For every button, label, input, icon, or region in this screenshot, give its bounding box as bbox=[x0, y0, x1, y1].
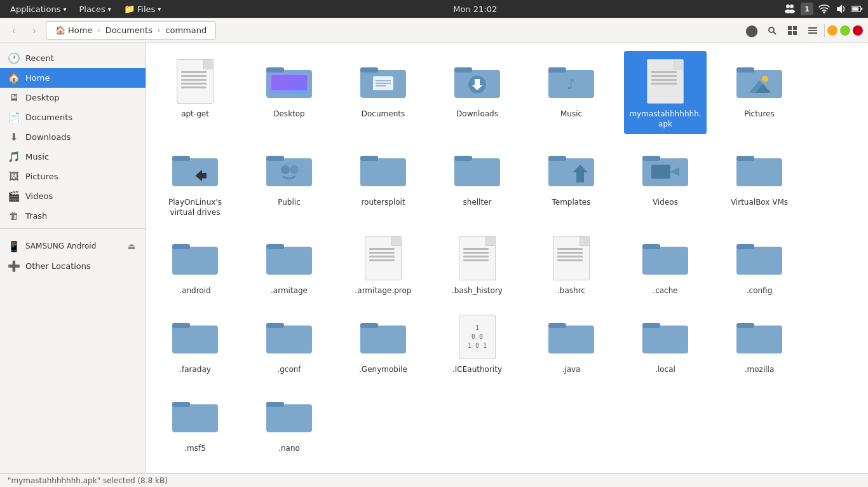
genymobile-label: .Genymobile bbox=[359, 365, 407, 375]
genymobile-icon bbox=[358, 312, 409, 362]
sidebar-label-videos: Videos bbox=[25, 191, 53, 201]
svg-rect-72 bbox=[266, 323, 284, 328]
sidebar-item-music[interactable]: 🎵 Music bbox=[0, 147, 146, 167]
sidebar-item-trash[interactable]: 🗑 Trash bbox=[0, 206, 146, 226]
gconf-icon bbox=[264, 312, 315, 362]
sidebar-item-home[interactable]: 🏠 Home bbox=[0, 68, 146, 88]
bashrc-label: .bashrc bbox=[557, 286, 585, 296]
file-apt-get[interactable]: apt-get bbox=[154, 51, 236, 134]
sidebar-item-documents[interactable]: 📄 Documents bbox=[0, 107, 146, 127]
grid-view-button[interactable] bbox=[783, 22, 801, 39]
file-videos[interactable]: Videos bbox=[624, 139, 707, 223]
file-music[interactable]: ♪ Music bbox=[530, 51, 613, 134]
svg-rect-45 bbox=[266, 156, 284, 161]
file-local[interactable]: .local bbox=[624, 306, 707, 380]
sidebar-item-other[interactable]: ➕ Other Locations bbox=[0, 256, 146, 276]
templates-label: Templates bbox=[552, 198, 590, 208]
apk-icon bbox=[640, 56, 691, 107]
wifi-icon[interactable] bbox=[818, 3, 830, 15]
file-playonlinux[interactable]: PlayOnLinux's virtual drives bbox=[154, 139, 236, 223]
applications-menu[interactable]: Applications ▾ bbox=[5, 3, 71, 15]
file-cache[interactable]: .cache bbox=[624, 228, 707, 301]
menu-button[interactable] bbox=[804, 22, 822, 39]
file-faraday[interactable]: .faraday bbox=[154, 306, 236, 380]
sidebar-label-downloads: Downloads bbox=[25, 132, 71, 142]
file-gconf[interactable]: .gconf bbox=[248, 306, 330, 380]
file-documents[interactable]: Documents bbox=[342, 51, 424, 134]
close-button[interactable] bbox=[853, 25, 863, 36]
file-pictures[interactable]: Pictures bbox=[718, 51, 801, 134]
applications-label: Applications bbox=[10, 4, 60, 14]
svg-point-1 bbox=[790, 4, 794, 8]
file-routersploit[interactable]: routersploit bbox=[342, 139, 424, 223]
files-label: Files bbox=[137, 4, 156, 14]
file-templates[interactable]: Templates bbox=[530, 139, 613, 223]
minimize-button[interactable] bbox=[827, 25, 837, 36]
search-button[interactable] bbox=[763, 22, 781, 39]
back-button[interactable]: ‹ bbox=[5, 22, 23, 39]
breadcrumb-command[interactable]: command bbox=[161, 24, 210, 36]
forward-button[interactable]: › bbox=[25, 22, 43, 39]
svg-rect-21 bbox=[271, 75, 307, 90]
breadcrumb-home[interactable]: 🏠 Home bbox=[51, 24, 96, 36]
breadcrumb-sep-2: › bbox=[158, 26, 160, 34]
topbar-right: 1 bbox=[784, 3, 863, 15]
file-android[interactable]: .android bbox=[154, 228, 236, 301]
files-menu[interactable]: 📁 Files ▾ bbox=[119, 3, 166, 15]
file-java[interactable]: .java bbox=[530, 306, 613, 380]
shellter-label: shellter bbox=[463, 198, 492, 208]
eject-icon[interactable]: ⏏ bbox=[125, 240, 138, 252]
places-menu[interactable]: Places ▾ bbox=[74, 3, 116, 15]
local-label: .local bbox=[655, 365, 675, 375]
documents-icon: 📄 bbox=[8, 111, 20, 123]
file-shellter[interactable]: shellter bbox=[436, 139, 519, 223]
maximize-button[interactable] bbox=[840, 25, 850, 36]
file-msf5[interactable]: .msf5 bbox=[154, 385, 236, 459]
breadcrumb-sep-1: › bbox=[97, 26, 100, 34]
svg-rect-16 bbox=[808, 30, 817, 31]
battery-icon[interactable] bbox=[851, 3, 863, 15]
file-armitage-prop[interactable]: .armitage.prop bbox=[342, 228, 424, 301]
file-bash-history[interactable]: .bash_history bbox=[436, 228, 519, 301]
sidebar-item-samsung[interactable]: 📱 SAMSUNG Android ⏏ bbox=[0, 236, 146, 256]
svg-rect-42 bbox=[172, 156, 190, 161]
file-public[interactable]: Public bbox=[248, 139, 330, 223]
downloads-icon: ⬇ bbox=[8, 131, 20, 143]
svg-rect-63 bbox=[266, 247, 312, 275]
file-bashrc[interactable]: .bashrc bbox=[530, 228, 613, 301]
sidebar-item-downloads[interactable]: ⬇ Downloads bbox=[0, 127, 146, 147]
file-iceauthority[interactable]: 10 01 0 1 .ICEauthority bbox=[436, 306, 519, 380]
svg-point-9 bbox=[769, 27, 774, 32]
file-armitage[interactable]: .armitage bbox=[248, 228, 330, 301]
svg-rect-51 bbox=[454, 156, 472, 161]
breadcrumb-documents[interactable]: Documents bbox=[102, 24, 156, 36]
msf5-label: .msf5 bbox=[184, 444, 206, 454]
file-desktop[interactable]: Desktop bbox=[248, 51, 330, 134]
sidebar-divider bbox=[0, 228, 146, 233]
nano-label: .nano bbox=[278, 444, 300, 454]
gconf-label: .gconf bbox=[277, 365, 301, 375]
people-icon[interactable] bbox=[784, 3, 796, 15]
svg-rect-73 bbox=[360, 326, 406, 353]
public-label: Public bbox=[278, 198, 301, 208]
svg-rect-81 bbox=[172, 404, 218, 432]
svg-rect-74 bbox=[360, 323, 378, 328]
file-nano[interactable]: .nano bbox=[248, 385, 330, 459]
sidebar-item-recent[interactable]: 🕐 Recent bbox=[0, 48, 146, 68]
volume-icon[interactable] bbox=[835, 3, 846, 15]
file-genymobile[interactable]: .Genymobile bbox=[342, 306, 424, 380]
svg-rect-12 bbox=[793, 26, 797, 30]
sidebar-item-videos[interactable]: 🎬 Videos bbox=[0, 186, 146, 206]
file-config[interactable]: .config bbox=[718, 228, 801, 301]
file-downloads[interactable]: Downloads bbox=[436, 51, 519, 134]
file-mozilla[interactable]: .mozilla bbox=[718, 306, 801, 380]
sidebar-item-desktop[interactable]: 🖥 Desktop bbox=[0, 88, 146, 107]
faraday-icon bbox=[170, 312, 220, 362]
file-virtualbox[interactable]: VirtualBox VMs bbox=[718, 139, 801, 223]
files-grid: apt-get Desktop bbox=[154, 51, 860, 458]
music-folder-icon: ♪ bbox=[546, 56, 597, 107]
color-button[interactable]: ⬤ bbox=[743, 22, 761, 39]
sidebar-item-pictures[interactable]: 🖼 Pictures bbox=[0, 167, 146, 186]
svg-rect-65 bbox=[642, 247, 688, 275]
file-apk[interactable]: mymastahhhhhhh.apk bbox=[624, 51, 707, 134]
